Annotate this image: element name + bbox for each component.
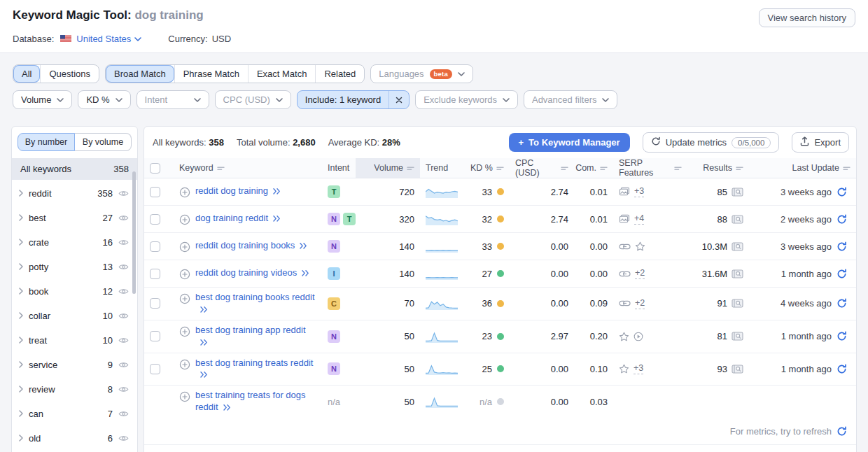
eye-icon[interactable] xyxy=(118,410,129,418)
to-keyword-manager-button[interactable]: + To Keyword Manager xyxy=(509,133,630,152)
sort-by-volume-button[interactable]: By volume xyxy=(75,133,132,151)
serp-preview-icon[interactable] xyxy=(732,299,743,308)
expand-keyword-icon[interactable] xyxy=(200,306,209,313)
sidebar-group-can[interactable]: can7 xyxy=(12,402,137,426)
sort-icon[interactable] xyxy=(736,165,743,171)
star-serp-icon[interactable] xyxy=(635,241,645,251)
add-to-list-icon[interactable] xyxy=(179,269,190,280)
serp-features-more[interactable]: +3 xyxy=(634,363,643,374)
sort-icon[interactable] xyxy=(600,165,608,171)
column-header-last-update[interactable]: Last Update xyxy=(749,158,856,178)
serp-preview-icon[interactable] xyxy=(732,269,743,278)
column-header-com[interactable]: Com. xyxy=(574,158,613,178)
row-checkbox[interactable] xyxy=(150,269,160,279)
expand-keyword-icon[interactable] xyxy=(301,270,310,276)
row-checkbox[interactable] xyxy=(150,241,160,252)
star-serp-icon[interactable] xyxy=(619,364,629,374)
sidebar-group-best[interactable]: best27 xyxy=(12,206,137,230)
sidebar-group-review[interactable]: review8 xyxy=(12,377,137,402)
serp-preview-icon[interactable] xyxy=(732,215,743,224)
sort-icon[interactable] xyxy=(496,165,504,171)
eye-icon[interactable] xyxy=(118,214,129,222)
refresh-metrics-icon[interactable] xyxy=(836,298,847,309)
filter-kd[interactable]: KD % xyxy=(78,90,130,109)
serp-preview-icon[interactable] xyxy=(732,188,743,197)
view-search-history-button[interactable]: View search history xyxy=(759,8,855,27)
keyword-link[interactable]: best training treats for dogs reddit xyxy=(195,390,316,414)
update-metrics-button[interactable]: Update metrics 0/5,000 xyxy=(643,132,780,153)
keyword-link[interactable]: best dog training app reddit xyxy=(195,325,316,348)
filter-intent[interactable]: Intent xyxy=(136,90,209,109)
row-checkbox[interactable] xyxy=(150,298,160,309)
tab-broad-match[interactable]: Broad Match xyxy=(106,65,174,83)
remove-include-filter-button[interactable] xyxy=(388,91,409,108)
keyword-link[interactable]: reddit dog training books xyxy=(195,240,308,252)
expand-keyword-icon[interactable] xyxy=(200,339,209,346)
sidebar-group-service[interactable]: service9 xyxy=(12,353,137,377)
row-checkbox[interactable] xyxy=(150,364,160,374)
serp-features-more[interactable]: +2 xyxy=(635,298,645,309)
column-header-cpc-usd[interactable]: CPC (USD) xyxy=(510,158,574,178)
play-serp-icon[interactable] xyxy=(634,332,643,341)
eye-icon[interactable] xyxy=(118,312,129,320)
filter-advanced-filters[interactable]: Advanced filters xyxy=(524,90,618,109)
add-to-list-icon[interactable] xyxy=(179,293,190,304)
keyword-link[interactable]: reddit dog training xyxy=(195,185,281,197)
serp-features-more[interactable]: +4 xyxy=(634,213,644,225)
eye-icon[interactable] xyxy=(118,435,129,442)
column-header-keyword[interactable]: Keyword xyxy=(174,158,322,178)
row-checkbox[interactable] xyxy=(150,331,160,341)
add-to-list-icon[interactable] xyxy=(179,187,190,198)
serp-preview-icon[interactable] xyxy=(732,332,743,341)
sort-icon[interactable] xyxy=(674,165,682,171)
filter-exclude-keywords[interactable]: Exclude keywords xyxy=(415,90,518,109)
sort-icon[interactable] xyxy=(843,165,850,171)
eye-icon[interactable] xyxy=(118,190,129,197)
link-serp-icon[interactable] xyxy=(619,300,631,306)
refresh-metrics-icon[interactable] xyxy=(836,364,847,374)
image-serp-icon[interactable] xyxy=(619,214,630,224)
column-header-serp-features[interactable]: SERP Features xyxy=(613,158,687,178)
link-serp-icon[interactable] xyxy=(619,243,631,250)
image-serp-icon[interactable] xyxy=(619,187,630,197)
sidebar-group-potty[interactable]: potty13 xyxy=(12,255,137,279)
tab-exact-match[interactable]: Exact Match xyxy=(248,65,316,83)
keyword-link[interactable]: best dog training treats reddit xyxy=(195,358,316,381)
row-checkbox[interactable] xyxy=(150,187,160,197)
add-to-list-icon[interactable] xyxy=(179,326,190,337)
sidebar-group-treat[interactable]: treat10 xyxy=(12,328,137,353)
add-to-list-icon[interactable] xyxy=(179,214,190,225)
eye-icon[interactable] xyxy=(118,386,129,393)
refresh-metrics-icon[interactable] xyxy=(836,187,847,197)
eye-icon[interactable] xyxy=(118,337,129,344)
select-all-checkbox[interactable] xyxy=(150,163,160,174)
sidebar-group-book[interactable]: book12 xyxy=(12,279,137,304)
eye-icon[interactable] xyxy=(118,288,129,295)
link-serp-icon[interactable] xyxy=(619,271,631,277)
eye-icon[interactable] xyxy=(118,361,129,369)
serp-features-more[interactable]: +3 xyxy=(634,186,644,197)
filter-include-keyword[interactable]: Include: 1 keyword xyxy=(297,90,410,109)
keyword-link[interactable]: reddit dog training videos xyxy=(195,267,310,279)
export-button[interactable]: Export xyxy=(792,132,849,153)
sidebar-scrollbar[interactable] xyxy=(132,171,136,294)
serp-preview-icon[interactable] xyxy=(732,365,743,374)
sidebar-group-old[interactable]: old6 xyxy=(12,426,137,451)
sort-icon[interactable] xyxy=(561,165,568,171)
tab-phrase-match[interactable]: Phrase Match xyxy=(174,65,248,83)
tab-all[interactable]: All xyxy=(13,65,40,83)
languages-chip[interactable]: Languages beta xyxy=(370,64,473,83)
expand-keyword-icon[interactable] xyxy=(223,404,232,411)
add-to-list-icon[interactable] xyxy=(179,391,190,402)
sidebar-group-collar[interactable]: collar10 xyxy=(12,304,137,328)
refresh-metrics-icon[interactable] xyxy=(836,331,847,341)
eye-icon[interactable] xyxy=(118,263,129,271)
star-serp-icon[interactable] xyxy=(619,332,629,341)
serp-preview-icon[interactable] xyxy=(732,242,743,251)
filter-volume[interactable]: Volume xyxy=(13,90,72,109)
column-header-volume[interactable]: Volume xyxy=(356,158,420,178)
serp-features-more[interactable]: +2 xyxy=(635,268,645,279)
refresh-metrics-icon[interactable] xyxy=(836,241,847,252)
expand-keyword-icon[interactable] xyxy=(272,216,281,222)
sort-icon[interactable] xyxy=(217,165,225,171)
